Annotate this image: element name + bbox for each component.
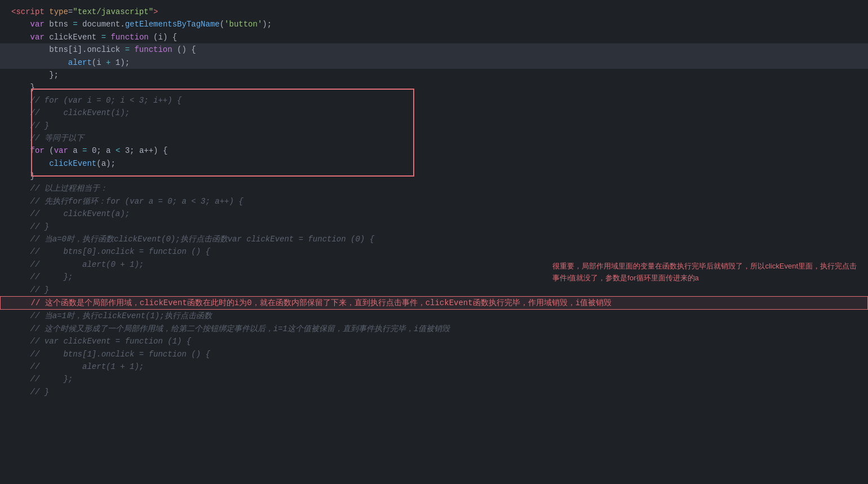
token: // 这个函数是个局部作用域，clickEvent函数在此时的i为0，就在函数内…	[12, 298, 612, 307]
token: =	[125, 45, 130, 54]
code-line: var clickEvent = function (i) {	[0, 31, 868, 43]
code-line: // 这个时候又形成了一个局部作用域，给第二个按钮绑定事件以后，i=1这个值被保…	[0, 323, 868, 335]
code-line: // 等同于以下	[0, 132, 868, 144]
token: alert	[68, 58, 92, 67]
code-line: }	[0, 81, 868, 94]
token: var	[30, 33, 45, 42]
token: 'button'	[224, 20, 262, 29]
code-line: // 以上过程相当于：	[0, 182, 868, 195]
code-content: // };	[11, 271, 73, 283]
token: "text/javascript"	[73, 7, 153, 16]
code-content: // alert(0 + 1);	[11, 258, 144, 271]
token: for	[30, 146, 45, 155]
token: // };	[11, 272, 73, 281]
code-content: // 这个时候又形成了一个局部作用域，给第二个按钮绑定事件以后，i=1这个值被保…	[11, 323, 450, 335]
code-line: // 当a=0时，执行函数clickEvent(0);执行点击函数var cli…	[0, 233, 868, 245]
token: // clickEvent(a);	[11, 209, 130, 218]
token: var	[54, 146, 68, 155]
token: function	[110, 33, 148, 42]
token: (i) {	[149, 33, 177, 42]
token: btns	[45, 20, 73, 29]
token: 0; a	[87, 146, 115, 155]
code-content: for (var a = 0; a < 3; a++) {	[11, 144, 167, 157]
code-line: // btns[0].onclick = function () {	[0, 245, 868, 258]
code-line: // }	[0, 221, 868, 233]
code-content: // 当a=1时，执行clickEvent(1);执行点击函数	[11, 310, 212, 322]
code-content: // clickEvent(a);	[11, 208, 130, 220]
token: (	[220, 20, 224, 29]
token: // clickEvent(i);	[11, 108, 130, 117]
code-line: // alert(1 + 1);	[0, 360, 868, 373]
code-content: // clickEvent(i);	[11, 107, 130, 119]
code-content: // }	[11, 120, 49, 132]
token: );	[262, 20, 272, 29]
code-content: // btns[1].onclick = function () {	[11, 348, 210, 360]
code-content: // }	[11, 386, 49, 398]
token	[11, 20, 30, 29]
code-content: var clickEvent = function (i) {	[11, 31, 177, 43]
annotation-text2: 事件i值就没了，参数是for循环里面传进来的a	[552, 274, 698, 282]
code-line: var btns = document.getElementsByTagName…	[0, 18, 868, 30]
token	[11, 146, 30, 155]
token: 3; a++) {	[120, 146, 167, 155]
token: (i	[92, 58, 106, 67]
code-line: // }	[0, 386, 868, 398]
code-content: // var clickEvent = function (1) {	[11, 335, 191, 347]
code-content: btns[i].onclick = function () {	[11, 43, 196, 56]
code-content: };	[11, 69, 59, 81]
code-line: alert(i + 1);	[0, 56, 868, 69]
token: script	[16, 7, 44, 16]
token: // }	[11, 121, 49, 130]
code-line: // var clickEvent = function (1) {	[0, 335, 868, 347]
token: type	[49, 7, 68, 16]
token: (a);	[96, 159, 116, 168]
token: () {	[172, 45, 196, 54]
token: // }	[11, 222, 49, 231]
token: // alert(0 + 1);	[11, 260, 144, 269]
token: clickEvent	[45, 33, 101, 42]
token: }	[11, 83, 35, 92]
code-line: <script type="text/javascript">	[0, 6, 868, 18]
token: =	[73, 20, 77, 29]
code-line: // btns[1].onclick = function () {	[0, 348, 868, 360]
token: // for (var i = 0; i < 3; i++) {	[11, 96, 181, 105]
code-content: }	[11, 81, 35, 94]
code-content: // }	[11, 284, 49, 296]
code-content: // }	[11, 221, 49, 233]
token: // btns[0].onclick = function () {	[11, 247, 210, 256]
token: var	[30, 20, 45, 29]
token: // 先执行for循环：for (var a = 0; a < 3; a++) …	[11, 197, 243, 206]
token: getElementsByTagName	[125, 20, 220, 29]
token	[11, 58, 68, 67]
token: =	[68, 7, 73, 16]
code-line: btns[i].onclick = function () {	[0, 43, 868, 56]
code-content: // alert(1 + 1);	[11, 360, 144, 373]
token: // 当a=0时，执行函数clickEvent(0);执行点击函数var cli…	[11, 235, 374, 244]
token: =	[101, 33, 106, 42]
token: // var clickEvent = function (1) {	[11, 337, 191, 346]
token: // alert(1 + 1);	[11, 362, 144, 371]
token: btns[i].onclick	[11, 45, 125, 54]
code-content: // 以上过程相当于：	[11, 182, 108, 195]
token: }	[11, 171, 35, 181]
token: // }	[11, 388, 49, 397]
code-line: for (var a = 0; a < 3; a++) {	[0, 144, 868, 157]
code-line: // for (var i = 0; i < 3; i++) {	[0, 94, 868, 107]
code-content: alert(i + 1);	[11, 56, 130, 69]
token	[45, 7, 49, 16]
code-line: // 这个函数是个局部作用域，clickEvent函数在此时的i为0，就在函数内…	[0, 296, 868, 310]
code-content: var btns = document.getElementsByTagName…	[11, 18, 272, 30]
code-line: // };	[0, 373, 868, 385]
code-line: // }	[0, 284, 868, 296]
code-content: clickEvent(a);	[11, 157, 116, 170]
code-line: // clickEvent(a);	[0, 208, 868, 220]
code-content: // for (var i = 0; i < 3; i++) {	[11, 94, 181, 107]
token: // btns[1].onclick = function () {	[11, 350, 210, 359]
token: // 以上过程相当于：	[11, 184, 108, 193]
code-content: // };	[11, 373, 73, 385]
token: function	[134, 45, 172, 54]
token: document.	[78, 20, 125, 29]
code-content: }	[11, 170, 35, 182]
token: // 这个时候又形成了一个局部作用域，给第二个按钮绑定事件以后，i=1这个值被保…	[11, 324, 450, 333]
annotation-text1: 很重要，局部作用域里面的变量在函数执行完毕后就销毁了，所以clickEvent里…	[552, 262, 857, 270]
